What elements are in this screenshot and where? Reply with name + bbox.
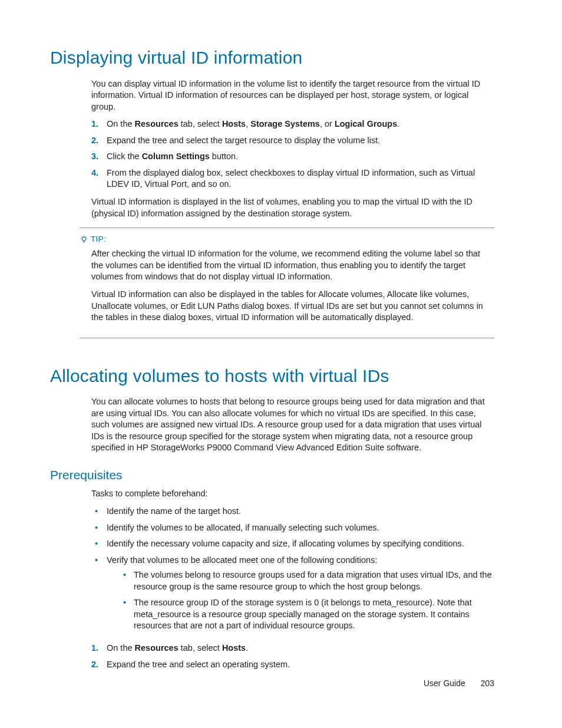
bold-resources: Resources bbox=[135, 119, 178, 129]
page-footer: User Guide 203 bbox=[424, 678, 494, 689]
prereq-list: Identify the name of the target host. Id… bbox=[91, 506, 494, 637]
bold-logical-groups: Logical Groups bbox=[335, 119, 397, 129]
intro-paragraph: You can display virtual ID information i… bbox=[91, 78, 494, 113]
text: Verify that volumes to be allocated meet… bbox=[107, 555, 377, 565]
text: tab, select bbox=[178, 643, 222, 653]
text: From the displayed dialog box, select ch… bbox=[107, 167, 494, 190]
text: Identify the name of the target host. bbox=[107, 506, 494, 518]
step-number: 4. bbox=[91, 167, 107, 190]
section-title-displaying: Displaying virtual ID information bbox=[50, 46, 494, 70]
step-number: 3. bbox=[91, 151, 107, 163]
bold-hosts: Hosts bbox=[222, 119, 246, 129]
text: tab, select bbox=[178, 119, 222, 129]
list-item: The volumes belong to resource groups us… bbox=[121, 569, 494, 592]
list-item: Identify the necessary volume capacity a… bbox=[91, 538, 494, 550]
svg-point-0 bbox=[82, 237, 85, 241]
list-item: The resource group ID of the storage sys… bbox=[121, 597, 494, 632]
text: Expand the tree and select the target re… bbox=[107, 135, 494, 147]
bold-resources: Resources bbox=[135, 643, 178, 653]
footer-label: User Guide bbox=[424, 678, 465, 688]
tip-paragraph-1: After checking the virtual ID informatio… bbox=[91, 248, 494, 283]
step-2: 2. Expand the tree and select the target… bbox=[91, 135, 494, 147]
step-number: 1. bbox=[91, 118, 107, 130]
bold-column-settings: Column Settings bbox=[142, 151, 210, 161]
bold-storage-systems: Storage Systems bbox=[250, 119, 320, 129]
bold-hosts: Hosts bbox=[222, 643, 246, 653]
section-title-allocating: Allocating volumes to hosts with virtual… bbox=[50, 364, 494, 388]
intro-paragraph-2: You can allocate volumes to hosts that b… bbox=[91, 396, 494, 454]
step-number: 2. bbox=[91, 659, 107, 671]
step-1: 1. On the Resources tab, select Hosts, S… bbox=[91, 118, 494, 130]
text: , or bbox=[320, 119, 335, 129]
step-number: 1. bbox=[91, 643, 107, 654]
text: On the bbox=[107, 643, 135, 653]
step-2: 2. Expand the tree and select an operati… bbox=[91, 659, 494, 671]
tip-paragraph-2: Virtual ID information can also be displ… bbox=[91, 289, 494, 324]
text: The volumes belong to resource groups us… bbox=[134, 569, 494, 592]
text: On the bbox=[107, 119, 135, 129]
text: Click the bbox=[107, 151, 142, 161]
text: button. bbox=[210, 151, 238, 161]
procedure-list-2: 1. On the Resources tab, select Hosts. 2… bbox=[91, 643, 494, 670]
prerequisites-heading: Prerequisites bbox=[50, 467, 494, 483]
text: Identify the volumes to be allocated, if… bbox=[107, 522, 494, 534]
step-4: 4. From the displayed dialog box, select… bbox=[91, 167, 494, 190]
step-number: 2. bbox=[91, 135, 107, 147]
tip-label: TIP: bbox=[91, 234, 106, 245]
list-item: Identify the name of the target host. bbox=[91, 506, 494, 518]
svg-line-5 bbox=[82, 236, 82, 237]
text: . bbox=[246, 643, 248, 653]
text: . bbox=[397, 119, 399, 129]
tip-block: TIP: After checking the virtual ID infor… bbox=[80, 228, 494, 338]
step-3: 3. Click the Column Settings button. bbox=[91, 151, 494, 163]
prereq-lead: Tasks to complete beforehand: bbox=[91, 488, 494, 500]
page-number: 203 bbox=[481, 678, 494, 688]
step-1: 1. On the Resources tab, select Hosts. bbox=[91, 643, 494, 654]
text: Expand the tree and select an operating … bbox=[107, 659, 494, 671]
svg-line-4 bbox=[86, 236, 87, 237]
after-paragraph: Virtual ID information is displayed in t… bbox=[91, 196, 494, 219]
procedure-list: 1. On the Resources tab, select Hosts, S… bbox=[91, 118, 494, 190]
list-item: Verify that volumes to be allocated meet… bbox=[91, 555, 494, 637]
text: The resource group ID of the storage sys… bbox=[134, 597, 494, 632]
list-item: Identify the volumes to be allocated, if… bbox=[91, 522, 494, 534]
lightbulb-icon bbox=[80, 235, 88, 244]
text: Identify the necessary volume capacity a… bbox=[107, 538, 494, 550]
nested-list: The volumes belong to resource groups us… bbox=[121, 569, 494, 632]
